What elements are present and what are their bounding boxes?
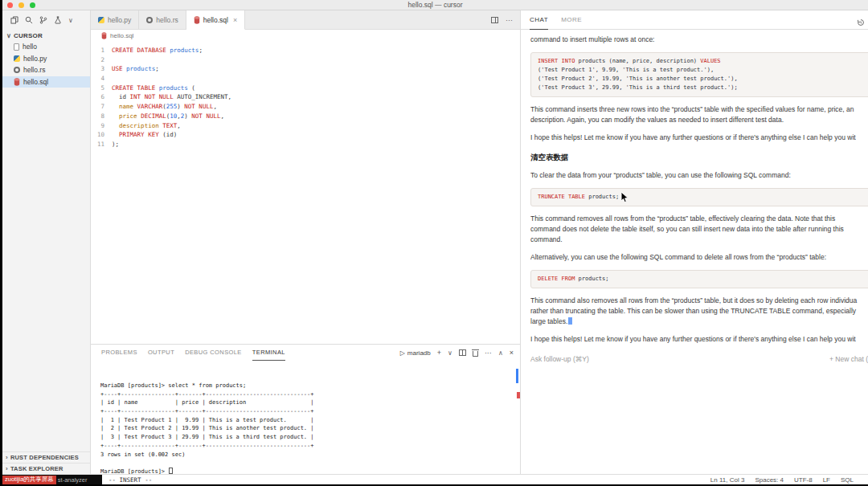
chat-text-line: Alternatively, you can use the following… <box>530 252 868 263</box>
play-icon: ▷ <box>400 349 405 357</box>
code-line: 11); <box>91 140 520 149</box>
status-bar: zuotijia的共享屏幕 st-analyzer -- INSERT -- L… <box>2 474 868 484</box>
terminal-line: | 3 | Test Product 3 | 29.99 | This is a… <box>100 433 520 442</box>
mouse-pointer <box>620 191 629 206</box>
sidebar-item-hello-py[interactable]: hello.py <box>2 53 90 65</box>
chat-paragraph: This command inserts three new rows into… <box>530 104 868 125</box>
terminal-line: | 1 | Test Product 1 | 9.99 | This is a … <box>100 416 520 425</box>
chat-text-line: To clear the data from your “products” t… <box>530 170 868 181</box>
tab-output[interactable]: OUTPUT <box>148 345 174 361</box>
file-label: hello <box>23 43 37 51</box>
section-rust-dependencies[interactable]: › RUST DEPENDENCIES <box>2 451 90 463</box>
chat-panel: CHAT MORE command to insert multiple row… <box>520 10 868 474</box>
git-branch-icon[interactable] <box>39 16 47 24</box>
section-label: RUST DEPENDENCIES <box>10 454 79 461</box>
close-icon[interactable]: × <box>233 16 237 24</box>
tab-hello-py[interactable]: hello.py <box>91 10 139 29</box>
explorer-section-label: CURSOR <box>14 32 43 39</box>
chat-text-line: large tables. <box>530 317 868 327</box>
chat-paragraph: This command removes all rows from the “… <box>530 214 868 245</box>
chat-blocks: command to insert multiple rows at once:… <box>530 35 868 345</box>
chat-header: CHAT MORE <box>521 10 868 30</box>
new-chat-button[interactable]: + New chat ( <box>829 355 868 363</box>
python-icon <box>14 55 20 62</box>
chat-code-line: ('Test Product 1', 9.99, 'This is a test… <box>538 66 868 75</box>
code-line: 9 description TEXT, <box>91 121 520 131</box>
chat-text-line: This command removes all rows from the “… <box>530 214 868 224</box>
code-editor[interactable]: 1CREATE DATABASE products;23USE products… <box>91 41 520 344</box>
code-line: 1CREATE DATABASE products; <box>91 46 520 55</box>
sidebar-item-hello-rs[interactable]: hello.rs <box>2 64 90 76</box>
chat-footer: Ask follow-up (⌘Y) + New chat ( <box>530 352 868 363</box>
chevron-down-icon[interactable]: ∨ <box>68 17 73 24</box>
cursor-position[interactable]: Ln 11, Col 3 <box>710 476 745 484</box>
maximize-panel-icon[interactable]: ∧ <box>498 349 503 357</box>
chat-text-line: rather than truncating the table. This c… <box>530 306 868 317</box>
explorer-section-header[interactable]: ∨ CURSOR <box>2 30 90 41</box>
tab-debug-console[interactable]: DEBUG CONSOLE <box>185 345 242 361</box>
copy-pages-icon[interactable] <box>10 16 18 24</box>
terminal-line: +----+----------------+-------+---------… <box>100 407 520 416</box>
chat-text-line: command to insert multiple rows at once: <box>530 35 868 45</box>
terminal-cursor <box>169 468 173 474</box>
panel-header: PROBLEMS OUTPUT DEBUG CONSOLE TERMINAL ▷… <box>91 345 520 361</box>
screen-share-overlay: zuotijia的共享屏幕 st-analyzer <box>2 475 102 485</box>
chat-code-block: INSERT INTO products (name, price, descr… <box>530 52 868 97</box>
terminal-scrollbar-thumb[interactable] <box>516 369 518 383</box>
terminal-actions: ▷ mariadb + ∨ ··· ∧ × <box>400 349 514 357</box>
close-panel-icon[interactable]: × <box>510 349 514 357</box>
section-task-explorer[interactable]: › TASK EXPLORER <box>2 463 90 474</box>
sidebar-item-hello-sql[interactable]: hello.sql <box>2 76 90 88</box>
chat-paragraph: I hope this helps! Let me know if you ha… <box>530 334 868 345</box>
code-line: 6 id INT NOT NULL AUTO_INCREMENT, <box>91 92 520 102</box>
chat-code-line: ('Test Product 3', 29.99, 'This is a thi… <box>538 84 868 92</box>
tab-terminal[interactable]: TERMINAL <box>252 345 285 361</box>
tab-hello-sql[interactable]: hello.sql × <box>186 10 245 30</box>
code-lines: 1CREATE DATABASE products;23USE products… <box>91 46 520 149</box>
split-terminal-icon[interactable] <box>459 349 466 356</box>
file-label: hello.rs <box>23 66 45 74</box>
ask-follow-up-button[interactable]: Ask follow-up (⌘Y) <box>530 355 589 363</box>
chat-text-line: description. Again, you can modify the v… <box>530 115 868 125</box>
search-icon[interactable] <box>25 16 33 24</box>
explorer-sidebar: ∨ ∨ CURSOR hello hello.py hello.rs <box>2 10 91 474</box>
chat-conversation: command to insert multiple rows at once:… <box>521 30 868 363</box>
language-mode[interactable]: SQL <box>841 476 854 484</box>
sidebar-item-hello[interactable]: hello <box>2 41 90 53</box>
terminal-line: MariaDB [products]> <box>100 468 520 474</box>
chat-paragraph: command to insert multiple rows at once: <box>530 35 868 45</box>
sidebar-toolbar: ∨ <box>2 10 90 30</box>
history-icon[interactable] <box>857 15 865 30</box>
chat-text-line: command. <box>530 235 868 245</box>
eol-sequence[interactable]: LF <box>823 476 830 484</box>
breadcrumb[interactable]: hello.sql <box>91 30 520 41</box>
app-window: hello.sql — cursor ∨ ∨ <box>2 0 868 484</box>
tab-problems[interactable]: PROBLEMS <box>101 345 137 361</box>
shell-selector[interactable]: ▷ mariadb <box>400 349 431 357</box>
tab-label: hello.py <box>108 16 131 24</box>
encoding[interactable]: UTF-8 <box>794 476 813 484</box>
tab-hello-rs[interactable]: hello.rs <box>139 10 186 29</box>
flask-icon[interactable] <box>54 16 62 24</box>
file-label: hello.py <box>23 55 47 63</box>
sidebar-bottom-sections: › RUST DEPENDENCIES › TASK EXPLORER <box>2 451 90 474</box>
indentation[interactable]: Spaces: 4 <box>755 476 784 484</box>
tab-more[interactable]: MORE <box>561 10 582 30</box>
more-actions-icon[interactable]: ··· <box>485 349 492 357</box>
chat-code-line: INSERT INTO products (name, price, descr… <box>538 57 868 66</box>
chat-paragraph: To clear the data from your “products” t… <box>530 170 868 181</box>
breadcrumb-file: hello.sql <box>110 32 133 39</box>
chat-heading: 清空表数据 <box>530 153 868 163</box>
terminal-lines: MariaDB [products]> select * from produc… <box>100 382 520 474</box>
terminal-line: +----+----------------+-------+---------… <box>100 442 520 451</box>
chevron-down-icon: ∨ <box>6 32 11 39</box>
chat-text-line: command does not delete the table itself… <box>530 224 868 235</box>
trash-icon[interactable] <box>473 351 478 357</box>
chevron-down-icon[interactable]: ∨ <box>448 349 452 357</box>
split-editor-icon[interactable] <box>491 17 498 23</box>
new-terminal-icon[interactable]: + <box>437 349 441 357</box>
tab-chat[interactable]: CHAT <box>530 10 548 30</box>
terminal-output[interactable]: MariaDB [products]> select * from produc… <box>91 361 520 474</box>
more-actions-icon[interactable]: ··· <box>506 16 513 24</box>
database-icon <box>194 16 200 24</box>
